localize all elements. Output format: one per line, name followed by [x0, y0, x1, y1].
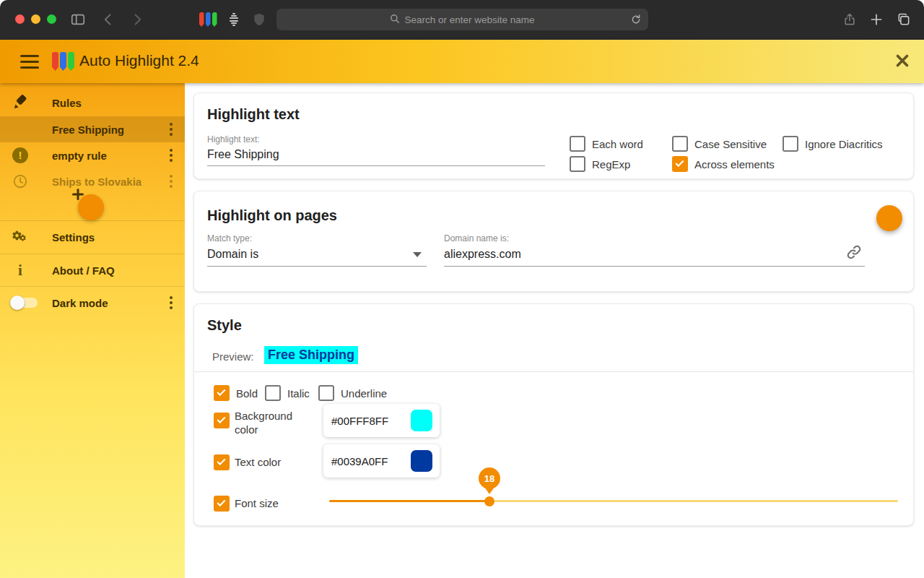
italic-checkbox[interactable]: Italic	[265, 385, 310, 401]
background-color-swatch[interactable]	[411, 410, 432, 431]
slider-track-filled[interactable]	[329, 500, 489, 502]
bold-checkbox[interactable]: Bold	[214, 385, 258, 401]
preview-label: Preview:	[212, 350, 254, 363]
text-color-swatch[interactable]	[411, 450, 432, 472]
text-color-checkbox[interactable]	[214, 454, 230, 470]
card-title: Style	[207, 317, 242, 334]
extension-adjust-icon[interactable]	[225, 11, 243, 28]
rule-menu-icon[interactable]	[170, 123, 173, 136]
checkbox-label: Underline	[341, 387, 387, 400]
gear-icon	[12, 228, 29, 246]
sidebar-section-rules: Rules	[0, 89, 185, 116]
link-icon[interactable]	[845, 243, 863, 264]
match-type-select[interactable]: Domain is	[207, 248, 258, 261]
settings-label: Settings	[52, 231, 95, 243]
rule-label: Free Shipping	[52, 124, 124, 136]
tab-overview-icon[interactable]	[895, 11, 912, 28]
minimize-window-button[interactable]	[31, 14, 40, 24]
forward-icon[interactable]	[128, 11, 146, 28]
close-icon[interactable]	[893, 51, 912, 73]
background-color-picker[interactable]: #00FFF8FF	[323, 404, 440, 437]
domain-name-input[interactable]: aliexpress.com	[444, 248, 521, 261]
highlight-text-field-label: Highlight text:	[207, 134, 260, 144]
sidebar-item-ships-to-slovakia[interactable]: Ships to Slovakia	[0, 168, 185, 194]
preview-highlight-sample: Free Shipping	[264, 346, 358, 364]
close-window-button[interactable]	[15, 14, 25, 24]
search-icon	[390, 14, 400, 26]
sidebar-item-dark-mode: Dark mode	[0, 290, 185, 316]
shield-extension-icon[interactable]	[250, 11, 268, 28]
add-rule-button[interactable]	[78, 194, 104, 220]
divider	[0, 220, 185, 221]
font-size-checkbox[interactable]	[214, 496, 230, 512]
across-elements-checkbox[interactable]: Across elements	[672, 156, 775, 172]
regexp-checkbox[interactable]: RegExp	[570, 156, 630, 172]
dark-mode-label: Dark mode	[52, 297, 108, 309]
highlighter-icon	[12, 94, 29, 111]
rule-label: Ships to Slovakia	[52, 176, 141, 188]
divider	[0, 286, 185, 287]
rule-menu-icon[interactable]	[170, 149, 173, 162]
clock-icon	[12, 173, 29, 189]
browser-window: Search or enter website name Auto Highli…	[0, 0, 924, 578]
checkbox-label: Each word	[592, 138, 643, 150]
highlight-text-card: Highlight text Highlight text: Free Ship…	[193, 92, 914, 179]
new-tab-icon[interactable]	[868, 11, 885, 28]
menu-icon[interactable]	[20, 55, 39, 69]
text-color-picker[interactable]: #0039A0FF	[323, 444, 440, 478]
match-type-label: Match type:	[207, 233, 252, 243]
main-content: Highlight text Highlight text: Free Ship…	[185, 83, 924, 578]
zoom-window-button[interactable]	[47, 14, 56, 24]
dark-mode-toggle[interactable]	[10, 298, 39, 308]
address-bar[interactable]: Search or enter website name	[276, 9, 648, 30]
divider	[0, 254, 185, 254]
chevron-down-icon[interactable]	[413, 252, 422, 257]
dark-mode-menu-icon[interactable]	[170, 296, 173, 309]
checkbox-label: Across elements	[694, 158, 775, 171]
sidebar-item-about[interactable]: i About / FAQ	[0, 257, 185, 283]
highlight-text-input[interactable]: Free Shipping	[207, 148, 279, 161]
font-size-slider-thumb[interactable]	[484, 496, 494, 506]
ignore-diacritics-checkbox[interactable]: Ignore Diacritics	[783, 136, 883, 152]
divider	[194, 371, 913, 372]
case-sensitive-checkbox[interactable]: Case Sensitive	[672, 136, 767, 152]
sidebar-toggle-icon[interactable]	[69, 11, 87, 28]
checkbox-label: RegExp	[592, 158, 630, 171]
text-color-label: Text color	[235, 456, 281, 468]
slider-track-empty[interactable]	[489, 500, 898, 502]
highlight-on-pages-card: Highlight on pages Match type: Domain is…	[193, 191, 914, 292]
info-icon: i	[12, 262, 29, 280]
background-color-hex: #00FFF8FF	[331, 415, 388, 427]
card-title: Highlight on pages	[207, 207, 337, 224]
rule-label: empty rule	[52, 150, 107, 162]
background-color-checkbox[interactable]	[214, 413, 230, 428]
reload-icon[interactable]	[630, 14, 642, 27]
browser-toolbar: Search or enter website name	[0, 0, 924, 40]
underline-checkbox[interactable]: Underline	[318, 385, 387, 401]
add-page-rule-button[interactable]	[876, 205, 902, 231]
app-title: Auto Highlight 2.4	[79, 52, 199, 69]
slider-value-badge: 18	[479, 467, 500, 489]
checkbox-label: Case Sensitive	[694, 138, 767, 150]
checkbox-label: Italic	[287, 387, 310, 400]
sidebar: Rules Free Shipping ! empty rule Ships t…	[0, 83, 185, 578]
about-label: About / FAQ	[52, 264, 115, 277]
sidebar-item-settings[interactable]: Settings	[0, 224, 185, 250]
each-word-checkbox[interactable]: Each word	[570, 136, 643, 152]
slider-badge-tail	[484, 487, 494, 494]
sidebar-item-free-shipping[interactable]: Free Shipping	[0, 116, 185, 142]
input-underline	[207, 266, 427, 267]
warning-icon: !	[12, 147, 29, 163]
style-card: Style Preview: Free Shipping Bold Italic…	[193, 303, 914, 526]
share-icon[interactable]	[841, 11, 858, 28]
font-size-label: Font size	[235, 497, 279, 509]
back-icon[interactable]	[100, 11, 117, 28]
checkbox-label: Ignore Diacritics	[805, 138, 883, 150]
domain-name-label: Domain name is:	[444, 233, 509, 243]
auto-highlight-extension-icon[interactable]	[199, 11, 217, 28]
input-underline	[444, 266, 865, 267]
rule-menu-icon[interactable]	[170, 175, 173, 188]
sidebar-item-empty-rule[interactable]: ! empty rule	[0, 142, 185, 168]
background-color-label: Background color	[235, 409, 307, 436]
input-underline	[207, 165, 545, 166]
